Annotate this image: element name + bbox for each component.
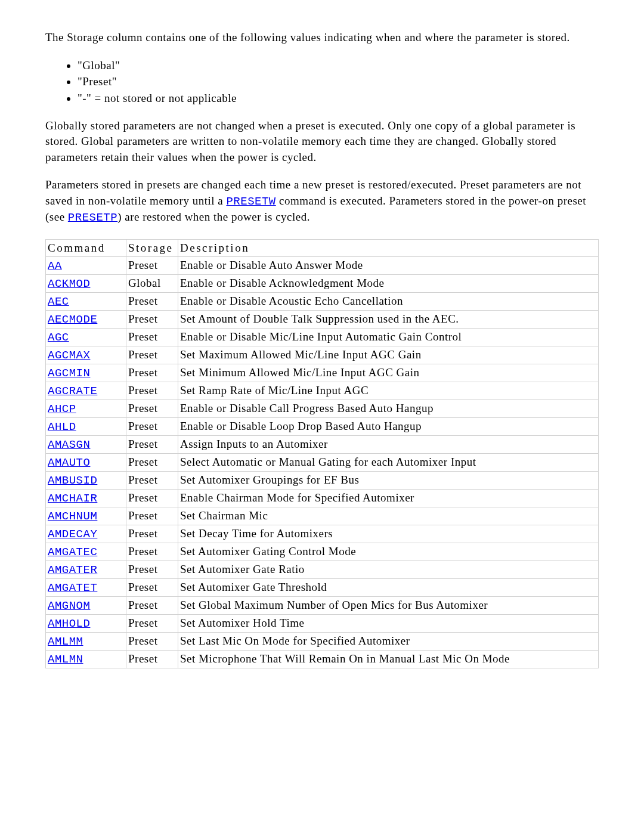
storage-cell: Preset — [126, 400, 178, 418]
table-row: ACKMODGlobalEnable or Disable Acknowledg… — [46, 275, 599, 293]
command-link[interactable]: AGC — [48, 331, 69, 344]
table-row: AMGNOMPresetSet Global Maximum Number of… — [46, 597, 599, 615]
presetp-link[interactable]: PRESETP — [68, 211, 117, 224]
command-link[interactable]: AMHOLD — [48, 617, 90, 630]
description-cell: Set Microphone That Will Remain On in Ma… — [178, 651, 599, 668]
storage-cell: Preset — [126, 329, 178, 346]
text-segment: ) are restored when the power is cycled. — [117, 210, 310, 223]
command-link[interactable]: AMDECAY — [48, 528, 97, 541]
command-cell: AMGNOM — [46, 597, 126, 615]
command-cell: AMDECAY — [46, 525, 126, 543]
description-cell: Enable Chairman Mode for Specified Autom… — [178, 490, 599, 507]
table-row: AMGATETPresetSet Automixer Gate Threshol… — [46, 579, 599, 597]
intro-paragraph-3: Parameters stored in presets are changed… — [45, 177, 599, 226]
storage-cell: Global — [126, 275, 178, 293]
description-cell: Set Automixer Groupings for EF Bus — [178, 472, 599, 490]
storage-cell: Preset — [126, 418, 178, 436]
command-link[interactable]: AMAUTO — [48, 456, 90, 469]
description-cell: Set Global Maximum Number of Open Mics f… — [178, 597, 599, 615]
header-command: Command — [46, 240, 126, 257]
storage-cell: Preset — [126, 293, 178, 311]
command-link[interactable]: AEC — [48, 295, 69, 308]
command-link[interactable]: AMCHAIR — [48, 492, 97, 505]
description-cell: Select Automatic or Manual Gating for ea… — [178, 454, 599, 472]
command-link[interactable]: AA — [48, 259, 62, 272]
command-link[interactable]: AECMODE — [48, 313, 97, 326]
command-cell: AMBUSID — [46, 472, 126, 490]
table-row: AAPresetEnable or Disable Auto Answer Mo… — [46, 257, 599, 275]
command-link[interactable]: AMGATER — [48, 563, 97, 577]
description-cell: Enable or Disable Auto Answer Mode — [178, 257, 599, 275]
storage-cell: Preset — [126, 364, 178, 382]
list-item: "Preset" — [78, 74, 599, 89]
command-cell: AGCRATE — [46, 382, 126, 400]
storage-cell: Preset — [126, 507, 178, 525]
description-cell: Set Automixer Gating Control Mode — [178, 543, 599, 561]
description-cell: Enable or Disable Mic/Line Input Automat… — [178, 329, 599, 346]
command-cell: AGCMAX — [46, 346, 126, 364]
description-cell: Set Decay Time for Automixers — [178, 525, 599, 543]
table-row: AHLDPresetEnable or Disable Loop Drop Ba… — [46, 418, 599, 436]
command-cell: AHLD — [46, 418, 126, 436]
command-cell: AEC — [46, 293, 126, 311]
command-link[interactable]: AHCP — [48, 402, 76, 416]
command-link[interactable]: AMGATEC — [48, 546, 97, 559]
table-row: AECPresetEnable or Disable Acoustic Echo… — [46, 293, 599, 311]
table-header-row: Command Storage Description — [46, 240, 599, 257]
command-cell: AMLMN — [46, 651, 126, 668]
command-cell: AMCHAIR — [46, 490, 126, 507]
command-cell: AMHOLD — [46, 615, 126, 633]
intro-paragraph-2: Globally stored parameters are not chang… — [45, 118, 599, 166]
command-cell: AGCMIN — [46, 364, 126, 382]
command-cell: AHCP — [46, 400, 126, 418]
command-link[interactable]: AHLD — [48, 420, 76, 433]
intro-paragraph-1: The Storage column contains one of the f… — [45, 30, 599, 46]
table-row: AMHOLDPresetSet Automixer Hold Time — [46, 615, 599, 633]
table-row: AMAUTOPresetSelect Automatic or Manual G… — [46, 454, 599, 472]
table-row: AGCRATEPresetSet Ramp Rate of Mic/Line I… — [46, 382, 599, 400]
storage-values-list: "Global" "Preset" "-" = not stored or no… — [45, 58, 599, 106]
storage-cell: Preset — [126, 436, 178, 454]
table-row: AMLMMPresetSet Last Mic On Mode for Spec… — [46, 633, 599, 651]
storage-cell: Preset — [126, 543, 178, 561]
storage-cell: Preset — [126, 382, 178, 400]
command-link[interactable]: AMLMM — [48, 635, 83, 648]
command-link[interactable]: AMCHNUM — [48, 510, 97, 523]
storage-cell: Preset — [126, 651, 178, 668]
storage-cell: Preset — [126, 490, 178, 507]
table-row: AMLMNPresetSet Microphone That Will Rema… — [46, 651, 599, 668]
list-item: "-" = not stored or not applicable — [78, 91, 599, 106]
command-link[interactable]: AGCMAX — [48, 349, 90, 362]
header-storage: Storage — [126, 240, 178, 257]
command-link[interactable]: AGCRATE — [48, 385, 97, 398]
storage-cell: Preset — [126, 257, 178, 275]
description-cell: Enable or Disable Acknowledgment Mode — [178, 275, 599, 293]
command-cell: AECMODE — [46, 311, 126, 329]
command-link[interactable]: ACKMOD — [48, 277, 90, 290]
description-cell: Set Last Mic On Mode for Specified Autom… — [178, 633, 599, 651]
command-link[interactable]: AMGNOM — [48, 599, 90, 612]
header-description: Description — [178, 240, 599, 257]
storage-cell: Preset — [126, 311, 178, 329]
table-row: AMCHNUMPresetSet Chairman Mic — [46, 507, 599, 525]
command-link[interactable]: AMBUSID — [48, 474, 97, 487]
command-link[interactable]: AMLMN — [48, 653, 83, 666]
table-row: AMDECAYPresetSet Decay Time for Automixe… — [46, 525, 599, 543]
command-cell: AMASGN — [46, 436, 126, 454]
table-row: AHCPPresetEnable or Disable Call Progres… — [46, 400, 599, 418]
table-row: AGCPresetEnable or Disable Mic/Line Inpu… — [46, 329, 599, 346]
description-cell: Set Automixer Hold Time — [178, 615, 599, 633]
command-cell: AGC — [46, 329, 126, 346]
table-row: AGCMINPresetSet Minimum Allowed Mic/Line… — [46, 364, 599, 382]
storage-cell: Preset — [126, 472, 178, 490]
storage-cell: Preset — [126, 525, 178, 543]
description-cell: Enable or Disable Acoustic Echo Cancella… — [178, 293, 599, 311]
command-cell: AMGATET — [46, 579, 126, 597]
table-row: AECMODEPresetSet Amount of Double Talk S… — [46, 311, 599, 329]
command-link[interactable]: AGCMIN — [48, 367, 90, 380]
storage-cell: Preset — [126, 633, 178, 651]
command-link[interactable]: AMASGN — [48, 438, 90, 451]
presetw-link[interactable]: PRESETW — [226, 195, 275, 208]
storage-cell: Preset — [126, 561, 178, 579]
command-link[interactable]: AMGATET — [48, 581, 97, 594]
